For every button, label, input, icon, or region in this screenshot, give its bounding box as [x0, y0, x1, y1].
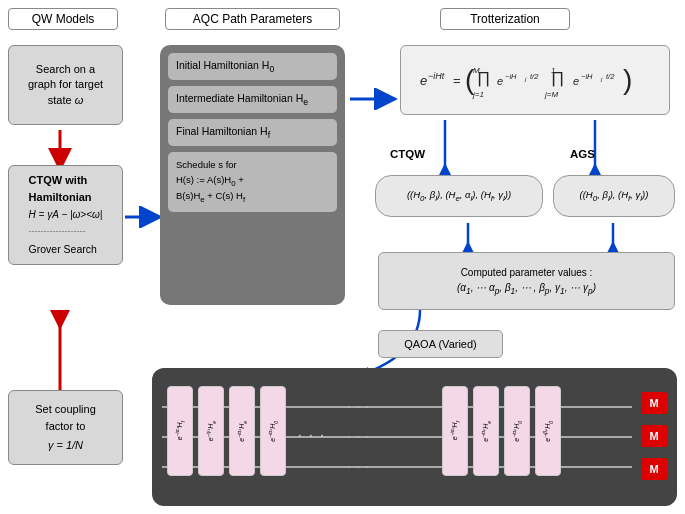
svg-text:t/2: t/2	[530, 72, 539, 81]
qw-models-label: QW Models	[32, 12, 95, 26]
hamiltonian-hf: Final Hamiltonian Hf	[168, 119, 337, 146]
coupling-formula: γ = 1/N	[35, 437, 96, 454]
svg-text:∏: ∏	[477, 69, 490, 87]
gate-5: e−iαₚHf	[442, 386, 468, 476]
header-trotterization: Trotterization	[440, 8, 570, 30]
red-down-arrow-1	[45, 128, 75, 170]
trotterization-label: Trotterization	[470, 12, 540, 26]
svg-text:j: j	[524, 76, 527, 82]
coupling-line1: Set coupling	[35, 401, 96, 418]
blue-arrow-ctqw-branch	[430, 115, 460, 182]
search-line3: state ω	[28, 93, 103, 108]
svg-text:e: e	[420, 73, 427, 88]
trotterization-formula-box: e −iHt = ( M ∏ j=1 e −iH j t/2 1 ∏ j=M e…	[400, 45, 670, 115]
trot-formula-svg: e −iHt = ( M ∏ j=1 e −iH j t/2 1 ∏ j=M e…	[415, 53, 655, 108]
svg-text:t/2: t/2	[606, 72, 615, 81]
computed-title: Computed parameter values :	[461, 267, 593, 278]
qaoa-circuit-box: e−iα₁Hf e−iγ₁He e−iα₁He e−iα₁H0 · · · e−…	[152, 368, 677, 506]
circuit-dots-lower: · · ·	[347, 458, 369, 476]
computed-formula: (α1, ⋯ αp, β1, ⋯ , βp, γ1, ⋯ γp)	[457, 282, 596, 296]
svg-text:e: e	[497, 75, 503, 87]
gate-2: e−iγ₁He	[198, 386, 224, 476]
coupling-factor-box: Set coupling factor to γ = 1/N	[8, 390, 123, 465]
header-aqc-path: AQC Path Parameters	[165, 8, 340, 30]
gate-1: e−iα₁Hf	[167, 386, 193, 476]
qaoa-label-box: QAOA (Varied)	[378, 330, 503, 358]
svg-text:=: =	[453, 73, 461, 88]
svg-text:): )	[623, 64, 632, 95]
header-qw-models: QW Models	[8, 8, 118, 30]
svg-text:−iHt: −iHt	[428, 71, 445, 81]
ctqw-title: CTQW with	[29, 172, 103, 189]
svg-text:−iH: −iH	[505, 72, 517, 81]
circuit-dots-upper: · · ·	[347, 398, 369, 416]
ags-branch-label: AGS	[570, 148, 595, 160]
circuit-dots: · · ·	[297, 423, 325, 446]
svg-text:j=M: j=M	[544, 90, 558, 99]
search-line2: graph for target	[28, 77, 103, 92]
measure-box-2: M	[641, 425, 667, 447]
gate-3: e−iα₁He	[229, 386, 255, 476]
gate-8: e−iβₚH0	[535, 386, 561, 476]
diagram-container: QW Models AQC Path Parameters Trotteriza…	[0, 0, 685, 514]
ctqw-branch-box: ((H0, βl), (He, αl), (Hf, γl))	[375, 175, 543, 217]
schedule-item: Schedule s for H(s) := A(s)H0 + B(s)He +…	[168, 152, 337, 212]
gate-7: e−iαₚH0	[504, 386, 530, 476]
coupling-line2: factor to	[35, 418, 96, 435]
svg-text:e: e	[573, 75, 579, 87]
hamiltonian-he: Intermediate Hamiltonian He	[168, 86, 337, 113]
svg-text:j=1: j=1	[472, 90, 484, 99]
gate-4: e−iα₁H0	[260, 386, 286, 476]
circuit-dots-middle: · · ·	[347, 428, 369, 446]
svg-text:j: j	[600, 76, 603, 82]
blue-right-arrow-2	[348, 88, 400, 112]
svg-text:∏: ∏	[551, 69, 564, 87]
measure-box-3: M	[641, 458, 667, 480]
gate-6: e−iαₚHe	[473, 386, 499, 476]
search-line1: Search on a	[28, 62, 103, 77]
red-up-arrow	[45, 310, 75, 397]
svg-text:−iH: −iH	[581, 72, 593, 81]
grover-search-label: Grover Search	[29, 242, 103, 258]
ctqw-formula: H = γA − |ω><ω|	[29, 207, 103, 222]
search-box: Search on a graph for target state ω	[8, 45, 123, 125]
computed-params-box: Computed parameter values : (α1, ⋯ αp, β…	[378, 252, 675, 310]
aqc-path-label: AQC Path Parameters	[193, 12, 312, 26]
blue-right-arrow-1	[123, 206, 165, 230]
ctqw-hamiltonian-box: CTQW with Hamiltonian H = γA − |ω><ω| --…	[8, 165, 123, 265]
hamiltonian-h0: Initial Hamiltonian H0	[168, 53, 337, 80]
ctqw-title2: Hamiltonian	[29, 189, 103, 206]
ctqw-branch-label: CTQW	[390, 148, 425, 160]
measure-box-1: M	[641, 392, 667, 414]
ags-branch-box: ((H0, βl), (Hf, γl))	[553, 175, 675, 217]
aqc-container: Initial Hamiltonian H0 Intermediate Hami…	[160, 45, 345, 305]
qaoa-label: QAOA (Varied)	[404, 338, 477, 350]
